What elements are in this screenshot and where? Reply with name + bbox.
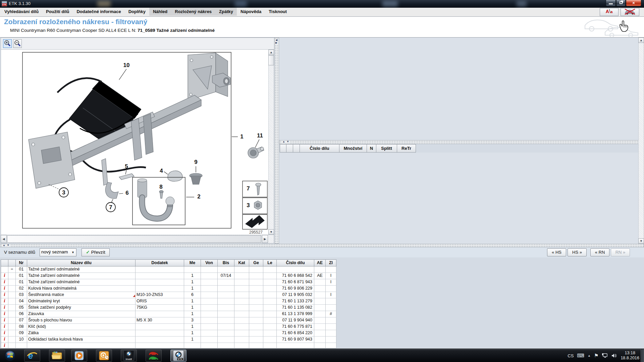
zoom-out-button[interactable] [13, 39, 22, 48]
callout-7[interactable]: 7 [109, 204, 112, 210]
parts-header-Le[interactable]: Le [263, 259, 277, 266]
basket-header-blank-0[interactable] [280, 144, 286, 153]
taskbar-explorer[interactable] [49, 350, 65, 362]
table-row-12[interactable]: i [1, 343, 336, 348]
close-button[interactable]: × [626, 0, 641, 6]
info-icon[interactable]: i [2, 292, 7, 297]
taskbar-outlook[interactable]: O [96, 350, 112, 362]
zoom-in-button[interactable] [3, 39, 12, 48]
taskbar-media-player[interactable] [71, 350, 87, 362]
parts-header-Kat[interactable]: Kat [234, 259, 249, 266]
vscroll-thumb[interactable] [268, 55, 274, 65]
basket-scroll-down[interactable]: ▼ [638, 238, 644, 244]
show-desktop-button[interactable] [641, 349, 644, 362]
parts-header-Bis[interactable]: Bis [218, 259, 234, 266]
table-row-0[interactable]: −01Tažné zařízení odnímatelné [1, 266, 336, 273]
parts-header-Me[interactable]: Me [184, 259, 201, 266]
callout-9[interactable]: 9 [194, 159, 197, 165]
parts-header-Číslo dílu[interactable]: Číslo dílu [277, 259, 314, 266]
taskbar-etk-mobile[interactable] [146, 350, 162, 362]
language-indicator[interactable]: CS [568, 353, 574, 358]
callout-7[interactable]: 7 [247, 185, 250, 192]
nav-button-HS-1[interactable]: HS » [568, 248, 587, 256]
table-row-1[interactable]: i01Tažné zařízení odnímatelné107/1471 60… [1, 273, 336, 279]
horizontal-splitter[interactable] [0, 244, 644, 247]
taskbar-etk[interactable]: ETK [170, 350, 186, 362]
basket-header-blank-2[interactable] [293, 144, 300, 153]
info-icon[interactable]: i [2, 343, 7, 348]
parts-header-ZI[interactable]: ZI [326, 259, 336, 266]
menu-item-3[interactable]: Doplňky [125, 8, 149, 16]
basket-scroll-up[interactable]: ▲ [638, 38, 644, 43]
basket-splitter-arrows[interactable]: ▲ ▼ [282, 140, 290, 143]
info-icon[interactable]: i [2, 324, 7, 329]
basket-splitter[interactable] [279, 140, 644, 144]
callout-4[interactable]: 4 [160, 168, 163, 174]
menu-item-6[interactable]: Zpátky [215, 8, 237, 16]
basket-header-Množství[interactable]: Množství [339, 144, 367, 153]
show-hidden-icons[interactable]: ▲ [588, 354, 591, 357]
volume-icon[interactable] [611, 353, 617, 358]
diagram-vscrollbar[interactable] [268, 50, 274, 235]
menu-item-4[interactable]: Náhled [149, 8, 171, 16]
table-row-2[interactable]: i01Tažné zařízení odnímatelné171 60 6 87… [1, 279, 336, 286]
start-button[interactable] [2, 350, 18, 362]
restore-button[interactable] [616, 0, 626, 6]
info-icon[interactable]: i [2, 330, 7, 335]
callout-11[interactable]: 11 [257, 132, 263, 139]
basket-header-blank-1[interactable] [286, 144, 293, 153]
callout-8[interactable]: 8 [159, 184, 162, 190]
table-row-3[interactable]: i02Kulová hlava odnímatelná171 60 9 806 … [1, 286, 336, 292]
callout-5[interactable]: 5 [125, 163, 128, 170]
keyboard-icon[interactable]: ⌨ [577, 353, 584, 359]
taskbar-invelt[interactable]: invelt [121, 350, 137, 362]
collapse-minus-icon[interactable]: − [9, 267, 14, 272]
parts-header-Ge[interactable]: Ge [249, 259, 263, 266]
hscroll-thumb[interactable] [7, 235, 261, 243]
info-icon[interactable]: i [2, 286, 7, 291]
menu-item-0[interactable]: Vyhledávání dílů [1, 8, 42, 16]
menu-item-5[interactable]: Rozložený nákres [171, 8, 215, 16]
network-icon[interactable] [602, 353, 608, 358]
info-icon[interactable]: i [2, 299, 7, 303]
menu-item-1[interactable]: Použití dílů [42, 8, 73, 16]
info-icon[interactable]: i [2, 305, 7, 310]
font-size-button[interactable]: A\a [600, 8, 619, 16]
info-icon[interactable]: i [2, 280, 7, 284]
table-row-9[interactable]: i08Klíč (kód)171 60 6 775 871 [1, 324, 336, 330]
menu-item-8[interactable]: Tisknout [265, 8, 290, 16]
basket-header-Číslo dílu[interactable]: Číslo dílu [300, 144, 339, 153]
callout-1[interactable]: 1 [240, 133, 243, 140]
menu-item-2[interactable]: Dodatečné informace [73, 8, 124, 16]
scroll-up-button[interactable]: ▲ [268, 50, 274, 55]
taskbar-internet-explorer[interactable]: e [24, 350, 40, 362]
callout-3[interactable]: 3 [62, 189, 65, 196]
splitter-collapse-left[interactable]: ◀▶ [275, 39, 278, 44]
parts-header-Název dílu[interactable]: Název dílu [27, 259, 136, 266]
parts-header-blank-0[interactable] [1, 259, 8, 266]
parts-header-Nr[interactable]: Nr [16, 259, 27, 266]
table-row-10[interactable]: i09Zátka171 60 6 854 220 [1, 330, 336, 337]
scroll-right-button[interactable]: ▶ [262, 235, 268, 243]
horizontal-splitter-arrows[interactable]: ▲ ▼ [2, 244, 10, 247]
nav-button-HS-0[interactable]: « HS [547, 248, 566, 256]
info-icon[interactable]: i [2, 318, 7, 322]
callout-10[interactable]: 10 [123, 62, 130, 68]
basket-header-ReTr[interactable]: ReTr [397, 144, 416, 153]
parts-header-Dodatek[interactable]: Dodatek [136, 259, 184, 266]
nav-button-RN-2[interactable]: « RN [590, 248, 609, 256]
info-icon[interactable]: i [2, 337, 7, 342]
table-row-11[interactable]: i10Odkládací taška kulová hlava171 60 9 … [1, 337, 336, 343]
scroll-left-button[interactable]: ◀ [1, 235, 7, 243]
minimize-button[interactable] [606, 0, 616, 6]
table-row-6[interactable]: i05Štítek zatížení podpěry75KG171 60 1 1… [1, 305, 336, 311]
clock[interactable]: 13:18 18.8.2016 [621, 351, 639, 361]
menu-item-7[interactable]: Nápověda [237, 8, 265, 16]
vertical-splitter[interactable] [274, 38, 279, 244]
parts-header-Von[interactable]: Von [201, 259, 218, 266]
table-row-7[interactable]: i06Zásuvka161 13 1 378 999# [1, 311, 336, 317]
table-row-5[interactable]: i04Odnímatelný krytORIS171 60 1 133 279 [1, 298, 336, 305]
info-icon[interactable]: i [2, 273, 7, 278]
callout-6[interactable]: 6 [125, 190, 128, 196]
info-icon[interactable]: i [2, 311, 7, 316]
